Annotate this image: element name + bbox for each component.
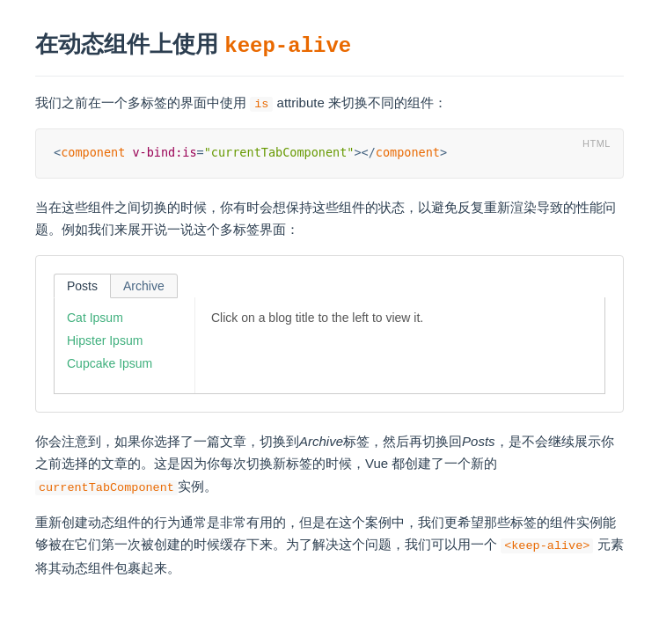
- code-line: <component v-bind:is="currentTabComponen…: [54, 145, 447, 159]
- description-3: 重新创建动态组件的行为通常是非常有用的，但是在这个案例中，我们更希望那些标签的组…: [35, 511, 624, 580]
- title-code: keep-alive: [224, 34, 351, 58]
- post-item-2[interactable]: Hipster Ipsum: [67, 329, 182, 352]
- code-lang-label: HTML: [582, 136, 611, 152]
- tab-posts[interactable]: Posts: [54, 274, 111, 298]
- desc2-part1: 你会注意到，如果你选择了一篇文章，切换到: [35, 434, 299, 449]
- inline-is-code: is: [250, 97, 273, 112]
- post-item-3[interactable]: Cupcake Ipsum: [67, 352, 182, 375]
- desc2-archive: Archive: [299, 434, 343, 449]
- post-view: Click on a blog title to the left to vie…: [195, 297, 604, 393]
- description-2: 你会注意到，如果你选择了一篇文章，切换到Archive标签，然后再切换回Post…: [35, 430, 624, 499]
- demo-container: Posts Archive Cat Ipsum Hipster Ipsum Cu…: [35, 255, 624, 413]
- post-list: Cat Ipsum Hipster Ipsum Cupcake Ipsum: [55, 297, 195, 393]
- intro-paragraph: 我们之前在一个多标签的界面中使用 is attribute 来切换不同的组件：: [35, 92, 624, 114]
- current-tab-component-code: currentTabComponent: [35, 480, 178, 495]
- post-view-placeholder: Click on a blog title to the left to vie…: [211, 308, 423, 327]
- title-prefix: 在动态组件上使用: [35, 31, 218, 57]
- intro-text-before: 我们之前在一个多标签的界面中使用: [35, 95, 246, 110]
- tab-archive[interactable]: Archive: [110, 274, 178, 298]
- desc2-posts: Posts: [462, 434, 495, 449]
- page-title: 在动态组件上使用 keep-alive: [35, 26, 624, 77]
- description-1: 当在这些组件之间切换的时候，你有时会想保持这些组件的状态，以避免反复重新渲染导致…: [35, 196, 624, 241]
- keep-alive-code: <keep-alive>: [501, 538, 593, 553]
- intro-text-after: attribute 来切换不同的组件：: [277, 95, 447, 110]
- post-item-1[interactable]: Cat Ipsum: [67, 306, 182, 329]
- tab-buttons: Posts Archive: [54, 274, 605, 298]
- desc2-part2: 标签，然后再切换回: [343, 434, 462, 449]
- code-block: HTML <component v-bind:is="currentTabCom…: [35, 128, 624, 179]
- desc2-part4: 实例。: [178, 479, 217, 494]
- tab-content-area: Cat Ipsum Hipster Ipsum Cupcake Ipsum Cl…: [54, 297, 605, 394]
